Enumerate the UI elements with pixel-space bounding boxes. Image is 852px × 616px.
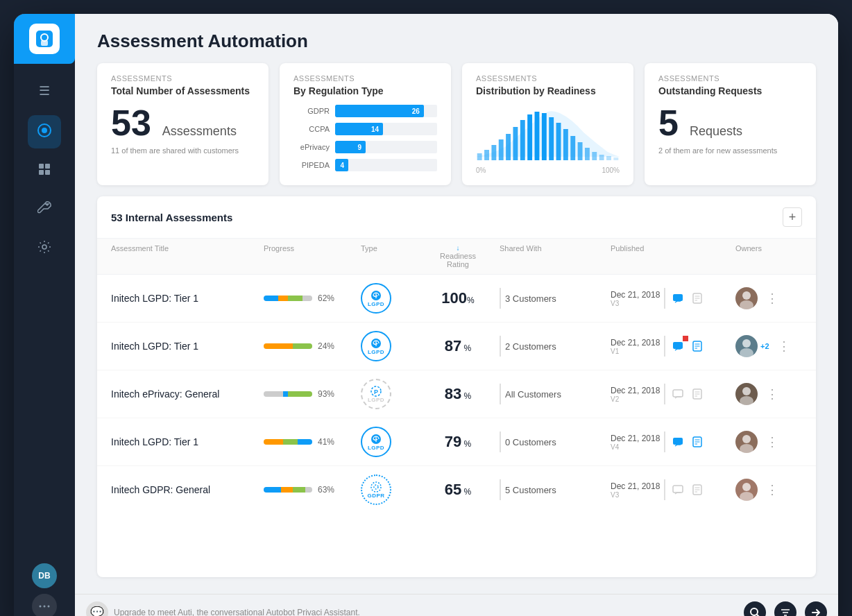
row-3-readiness: 83 % (416, 385, 500, 403)
column-headers: Assessment Title Progress Type ↓ Readine… (97, 239, 816, 275)
row-3-type: P LGPD (361, 379, 391, 409)
owner-extra-2: +2 (760, 342, 769, 350)
table-row: Initech GDPR: General 63% (97, 466, 816, 513)
doc-icon-1[interactable] (689, 290, 706, 307)
svg-rect-2 (41, 40, 48, 46)
row-3-published: Dec 21, 2018 V2 (611, 384, 735, 404)
stat-card-regulation: Assessments By Regulation Type GDPR 26 C… (280, 63, 451, 185)
doc-icon-2[interactable] (689, 338, 706, 354)
table-header: 53 Internal Assessments + (97, 196, 816, 239)
svg-rect-17 (506, 134, 511, 160)
row-2-readiness: 87 % (416, 337, 500, 355)
row-3-menu[interactable]: ⋮ (760, 384, 784, 404)
svg-rect-21 (535, 112, 540, 160)
chat-icon-4[interactable] (670, 434, 686, 450)
svg-point-56 (742, 387, 751, 395)
sidebar-item-tools[interactable] (28, 193, 61, 226)
stat-title-dist: Distribution by Readiness (476, 85, 620, 96)
user-avatar[interactable]: DB (32, 563, 57, 588)
row-5-shared: 5 Customers (500, 479, 611, 500)
logo[interactable] (14, 14, 75, 64)
row-2-menu[interactable]: ⋮ (772, 336, 796, 357)
row-3-shared: All Customers (500, 384, 611, 404)
svg-point-64 (742, 435, 751, 443)
svg-point-48 (740, 348, 753, 357)
svg-rect-25 (563, 129, 568, 160)
forward-button[interactable] (805, 601, 827, 617)
svg-point-57 (740, 396, 753, 405)
dist-axis: 0% 100% (476, 166, 620, 174)
row-4-menu[interactable]: ⋮ (760, 431, 784, 452)
row-5-menu[interactable]: ⋮ (760, 479, 784, 500)
col-type: Type (361, 244, 416, 268)
svg-rect-42 (673, 342, 683, 349)
svg-point-4 (42, 128, 47, 133)
table-row: Initech LGPD: Tier 1 24% LGPD (97, 323, 816, 370)
table-row: Initech LGPD: Tier 1 62% (97, 275, 816, 323)
hamburger-icon: ☰ (39, 84, 50, 98)
top-bar: Assessment Automation (75, 14, 838, 63)
svg-rect-18 (513, 127, 518, 160)
svg-rect-15 (491, 145, 496, 160)
stats-row: Assessments Total Number of Assessments … (75, 63, 838, 196)
owner-avatar-5 (735, 479, 758, 501)
svg-point-65 (740, 444, 753, 453)
doc-icon-5[interactable] (689, 481, 706, 498)
sidebar-nav (28, 104, 61, 563)
svg-rect-26 (570, 136, 575, 160)
chat-icon-3[interactable] (670, 386, 686, 402)
chat-icon-5[interactable] (670, 481, 686, 498)
search-button[interactable] (744, 601, 766, 617)
doc-icon-3[interactable] (689, 386, 706, 402)
more-options-button[interactable] (32, 594, 57, 616)
doc-icon-4[interactable] (689, 434, 706, 450)
row-3-title: Initech ePrivacy: General (111, 388, 264, 400)
row-4-type: LGPD (361, 427, 391, 457)
stat-card-outstanding: Assessments Outstanding Requests 5 Reque… (645, 63, 816, 185)
bottom-bar: 💬 Upgrade to meet Auti, the conversation… (75, 594, 838, 616)
bottom-actions (744, 601, 827, 617)
stat-label-reg: Assessments (293, 74, 437, 83)
row-5-title: Initech GDPR: General (111, 484, 264, 495)
add-assessment-button[interactable]: + (783, 207, 802, 227)
col-shared-with: Shared With (500, 244, 611, 268)
row-1-shared: 3 Customers (500, 288, 611, 309)
row-1-title: Initech LGPD: Tier 1 (111, 293, 264, 304)
svg-rect-32 (613, 157, 618, 160)
svg-rect-20 (527, 114, 532, 160)
row-5-type: GDPR (361, 474, 391, 505)
row-4-published: Dec 21, 2018 V4 (611, 431, 735, 452)
stat-card-distribution: Assessments Distribution by Readiness (462, 63, 633, 185)
outstanding-unit: Requests (690, 124, 742, 139)
logo-icon (29, 24, 60, 54)
owner-avatar-4 (735, 431, 758, 453)
svg-point-66 (371, 482, 381, 492)
col-progress: Progress (264, 244, 361, 268)
row-4-progress: 41% (264, 437, 361, 447)
table-row: Initech ePrivacy: General 93% P (97, 370, 816, 418)
row-4-title: Initech LGPD: Tier 1 (111, 436, 264, 447)
stat-label-dist: Assessments (476, 74, 620, 83)
col-readiness: ↓ Readiness Rating (416, 244, 500, 268)
svg-rect-7 (39, 170, 44, 175)
sidebar-item-grid[interactable] (28, 154, 61, 187)
sidebar-item-privacy[interactable] (28, 115, 61, 148)
svg-point-12 (48, 606, 50, 608)
row-2-owners: +2 ⋮ (735, 335, 816, 357)
regulation-bars: GDPR 26 CCPA 14 (293, 105, 437, 171)
svg-rect-6 (45, 164, 50, 169)
col-published: Published (611, 244, 735, 268)
menu-button[interactable]: ☰ (33, 78, 56, 104)
stat-title-reg: By Regulation Type (293, 85, 437, 96)
total-unit: Assessments (162, 124, 237, 139)
distribution-chart (476, 105, 620, 164)
chat-icon-2[interactable] (670, 338, 686, 354)
row-2-published: Dec 21, 2018 V1 (611, 336, 735, 357)
bar-eprivacy: ePrivacy 9 (293, 141, 437, 153)
row-1-menu[interactable]: ⋮ (760, 288, 784, 309)
filter-button[interactable] (774, 601, 796, 617)
chat-icon-1[interactable] (670, 290, 686, 307)
sidebar-item-settings[interactable] (28, 232, 61, 265)
row-2-pct: 24% (318, 341, 334, 351)
svg-rect-22 (542, 113, 547, 160)
